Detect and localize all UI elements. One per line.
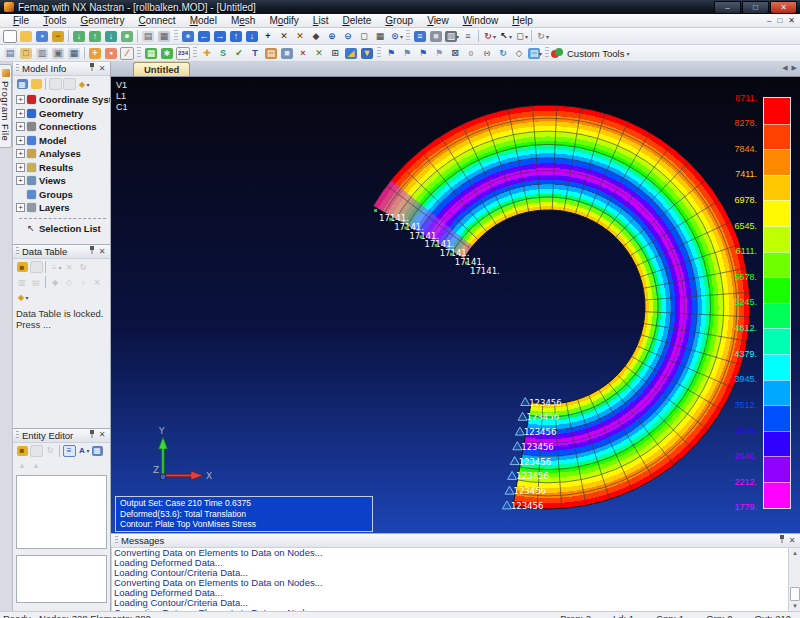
wireframe-cube-button[interactable]: ◇: [511, 46, 527, 60]
zoom-plus-button[interactable]: +: [260, 29, 276, 43]
menu-delete[interactable]: Delete: [335, 15, 378, 26]
post-data-button[interactable]: ▤▾: [527, 46, 543, 60]
messages-pin-icon[interactable]: [777, 535, 787, 546]
tile-vertical-button[interactable]: ▥: [34, 46, 50, 60]
tree-item-model[interactable]: +Model: [15, 134, 110, 148]
constraint-flag-2-button[interactable]: ⚑: [399, 46, 415, 60]
post-brush-button[interactable]: ▼: [359, 46, 375, 60]
measure-button[interactable]: ▤: [263, 46, 279, 60]
data-table-lock-button[interactable]: ■: [15, 261, 29, 273]
pick-area-button[interactable]: ✕: [292, 29, 308, 43]
entity-display-button[interactable]: ≡: [412, 29, 428, 43]
mdi-close-button[interactable]: ✕: [788, 16, 795, 25]
wait-hourglass-button[interactable]: ◆: [308, 29, 324, 43]
add-node-button[interactable]: ✚: [199, 46, 215, 60]
entity-editor-list-box[interactable]: [16, 555, 107, 603]
tree-item-coordinate-systems[interactable]: +Coordinate Systems: [15, 93, 110, 107]
constraint-flag-3-button[interactable]: ⚑: [415, 46, 431, 60]
cascade-windows-button[interactable]: ▣: [50, 46, 66, 60]
entity-editor-close-icon[interactable]: ✕: [97, 430, 107, 440]
pick-query-button[interactable]: ✕: [276, 29, 292, 43]
menu-view[interactable]: View: [420, 15, 456, 26]
model-info-new-button[interactable]: ▦: [15, 78, 29, 90]
constraint-flag-4-button[interactable]: ⚑: [431, 46, 447, 60]
regenerate-button[interactable]: ↻▾: [534, 29, 550, 43]
scroll-thumb[interactable]: [790, 587, 800, 601]
custom-tools-button[interactable]: Custom Tools▾: [551, 46, 629, 60]
zoom-out-button[interactable]: ⊖: [340, 29, 356, 43]
minimize-button[interactable]: –: [714, 1, 741, 14]
magnify-button[interactable]: ⊙▾: [388, 29, 404, 43]
maximize-button[interactable]: □: [742, 1, 769, 14]
menu-help[interactable]: Help: [505, 15, 540, 26]
tree-item-geometry[interactable]: +Geometry: [15, 107, 110, 121]
toolbar-grip[interactable]: [545, 47, 549, 59]
table-view-button[interactable]: ⊞: [327, 46, 343, 60]
pan-left-button[interactable]: ←: [196, 29, 212, 43]
select-pointer-button[interactable]: ↖▾: [497, 29, 513, 43]
add-curve-button[interactable]: S: [215, 46, 231, 60]
menu-tools[interactable]: Tools: [36, 15, 73, 26]
expand-icon[interactable]: +: [16, 95, 25, 104]
expand-icon[interactable]: +: [16, 136, 25, 145]
scroll-up-icon[interactable]: ▲: [789, 548, 800, 558]
mesh-solid-button[interactable]: ▦: [143, 46, 159, 60]
add-surface-button[interactable]: ✔: [231, 46, 247, 60]
zoom-model-button[interactable]: ▦: [372, 29, 388, 43]
data-table-title-bar[interactable]: Data Table ✕: [13, 245, 110, 259]
model-info-close-icon[interactable]: ✕: [97, 64, 107, 74]
function-parens-button[interactable]: (•): [479, 46, 495, 60]
section-cut-button[interactable]: ■: [279, 46, 295, 60]
dock-pane-button[interactable]: ▤: [2, 46, 18, 60]
stress-contour-ring[interactable]: [373, 105, 750, 509]
node-numbers-button[interactable]: 234: [175, 46, 191, 60]
data-table-brush-button[interactable]: ◆▾: [15, 291, 29, 303]
data-table-close-icon[interactable]: ✕: [97, 247, 107, 257]
tree-item-results[interactable]: +Results: [15, 161, 110, 175]
layers-toggle-button[interactable]: ≡: [460, 29, 476, 43]
expand-icon[interactable]: +: [16, 176, 25, 185]
close-button[interactable]: ✕: [770, 1, 797, 14]
menu-file[interactable]: File: [6, 15, 36, 26]
zoom-window-button[interactable]: ◻: [356, 29, 372, 43]
tab-scroll-left-icon[interactable]: ◀: [782, 64, 787, 72]
zoom-in-button[interactable]: ⊕: [324, 29, 340, 43]
fea-model-canvas[interactable]: 1234561234561234561234561234561234561234…: [111, 77, 800, 533]
model-info-pin-icon[interactable]: [87, 63, 97, 74]
solid-view-button[interactable]: ■: [428, 29, 444, 43]
excel-export-button[interactable]: ✕: [311, 46, 327, 60]
rotate-model-button[interactable]: ↻▾: [481, 29, 497, 43]
toolbar-grip[interactable]: [193, 47, 197, 59]
tile-horizontal-button[interactable]: □: [18, 46, 34, 60]
tree-item-connections[interactable]: +Connections: [15, 120, 110, 134]
new-view-button[interactable]: +: [87, 46, 103, 60]
import-geometry-button[interactable]: ●: [119, 29, 135, 43]
toolbar-grip[interactable]: [377, 47, 381, 59]
save-model-button[interactable]: ▪: [34, 29, 50, 43]
title-bar[interactable]: Femap with NX Nastran - [rollbalken.MOD]…: [0, 0, 800, 14]
expand-icon[interactable]: +: [16, 149, 25, 158]
import-results-button[interactable]: ↓: [103, 29, 119, 43]
menu-connect[interactable]: Connect: [131, 15, 182, 26]
tree-item-layers[interactable]: +Layers: [15, 201, 110, 215]
mesh-surface-button[interactable]: ∗: [159, 46, 175, 60]
expand-icon[interactable]: +: [16, 122, 25, 131]
data-table-pane-button[interactable]: ▦: [66, 46, 82, 60]
messages-close-icon[interactable]: ✕: [787, 536, 797, 546]
messages-list[interactable]: Converting Data on Elements to Data on N…: [111, 548, 800, 611]
load-symbol-button[interactable]: ⊠: [447, 46, 463, 60]
menu-list[interactable]: List: [306, 15, 336, 26]
entity-editor-props-button[interactable]: ▦: [90, 445, 104, 457]
print-preview-button[interactable]: ▤: [140, 29, 156, 43]
menu-mesh[interactable]: Mesh: [224, 15, 262, 26]
import-model-button[interactable]: ↓: [71, 29, 87, 43]
entity-editor-title-bar[interactable]: Entity Editor ✕: [13, 429, 110, 443]
function-braces-button[interactable]: {}: [463, 46, 479, 60]
entity-editor-lock-button[interactable]: ■: [15, 445, 29, 457]
tree-item-views[interactable]: +Views: [15, 174, 110, 188]
tree-item-groups[interactable]: Groups: [15, 188, 110, 202]
model-info-title-bar[interactable]: Model Info ✕: [13, 62, 110, 76]
rotate-sphere-button[interactable]: ●: [180, 29, 196, 43]
print-button[interactable]: ▦: [156, 29, 172, 43]
add-text-button[interactable]: T: [247, 46, 263, 60]
